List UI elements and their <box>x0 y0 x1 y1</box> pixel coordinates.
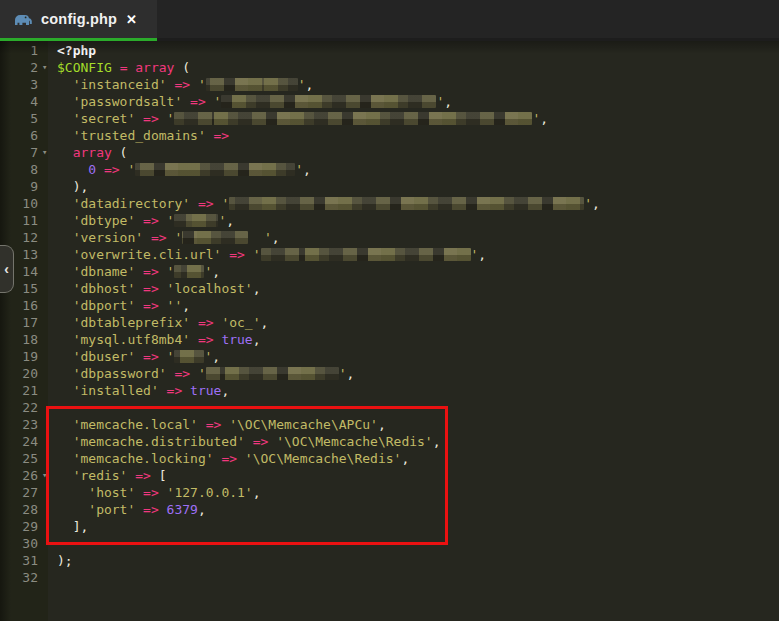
fold-marker-empty <box>38 314 57 331</box>
code-token <box>248 230 264 245</box>
code-line[interactable]: 'datadirectory' => '', <box>57 195 779 212</box>
line-number: 30 <box>0 535 38 552</box>
code-token: 'dbtype' <box>73 213 136 228</box>
code-token: => <box>135 468 151 483</box>
code-line[interactable]: 'port' => 6379, <box>57 501 779 518</box>
code-line[interactable]: 'memcache.distributed' => '\OC\Memcache\… <box>57 433 779 450</box>
code-line[interactable]: 'installed' => true, <box>57 382 779 399</box>
code-token: <?php <box>57 43 96 58</box>
line-number: 18 <box>0 331 38 348</box>
code-line[interactable] <box>57 569 779 586</box>
code-token: 'redis' <box>73 468 128 483</box>
code-line[interactable]: array ( <box>57 144 779 161</box>
code-row: 4 'passwordsalt' => '', <box>0 93 779 110</box>
code-line[interactable]: ], <box>57 518 779 535</box>
code-line[interactable]: 'dbtype' => '', <box>57 212 779 229</box>
code-line[interactable]: 0 => '', <box>57 161 779 178</box>
code-row: 5 'secret' => '', <box>0 110 779 127</box>
line-number: 6 <box>0 127 38 144</box>
line-number: 28 <box>0 501 38 518</box>
line-number: 25 <box>0 450 38 467</box>
code-row: 11 'dbtype' => '', <box>0 212 779 229</box>
code-line[interactable]: $CONFIG = array ( <box>57 59 779 76</box>
code-token <box>159 383 167 398</box>
code-line[interactable]: 'host' => '127.0.0.1', <box>57 484 779 501</box>
code-token <box>57 417 73 432</box>
code-token: , <box>221 383 229 398</box>
code-token: '\OC\Memcache\Redis' <box>276 434 433 449</box>
code-token <box>57 281 73 296</box>
code-token <box>57 247 73 262</box>
code-line[interactable]: 'memcache.local' => '\OC\Memcache\APCu', <box>57 416 779 433</box>
code-token <box>206 94 214 109</box>
code-token: => <box>143 213 159 228</box>
code-token: ); <box>57 553 73 568</box>
code-line[interactable]: <?php <box>57 42 779 59</box>
code-line[interactable]: 'secret' => '', <box>57 110 779 127</box>
line-number: 26 <box>0 467 38 484</box>
redacted-value <box>174 265 204 278</box>
sidebar-collapse-handle[interactable]: ‹ <box>0 245 14 293</box>
code-token <box>206 128 214 143</box>
code-line[interactable]: 'passwordsalt' => '', <box>57 93 779 110</box>
code-token: '\OC\Memcache\APCu' <box>229 417 378 432</box>
code-row: 6 'trusted_domains' => <box>0 127 779 144</box>
code-token <box>190 332 198 347</box>
code-token: 'secret' <box>73 111 136 126</box>
line-number: 9 <box>0 178 38 195</box>
code-token: ' <box>127 162 135 177</box>
code-token <box>57 298 73 313</box>
code-token: => <box>198 315 214 330</box>
code-line[interactable]: 'dbtableprefix' => 'oc_', <box>57 314 779 331</box>
code-token <box>135 264 143 279</box>
code-token: ' <box>221 196 229 211</box>
code-token: , <box>261 315 269 330</box>
line-number: 23 <box>0 416 38 433</box>
tab-title: config.php <box>41 11 117 27</box>
code-token <box>57 451 73 466</box>
code-token <box>182 383 190 398</box>
code-token: 'instanceid' <box>73 77 167 92</box>
code-line[interactable]: 'overwrite.cli.url' => '', <box>57 246 779 263</box>
code-line[interactable]: ), <box>57 178 779 195</box>
redacted-value <box>174 214 218 227</box>
code-line[interactable]: 'dbuser' => '', <box>57 348 779 365</box>
code-line[interactable] <box>57 399 779 416</box>
code-line[interactable]: ); <box>57 552 779 569</box>
code-token: array <box>73 145 112 160</box>
code-token: 6379 <box>167 502 198 517</box>
code-line[interactable]: 'dbport' => '', <box>57 297 779 314</box>
code-line[interactable] <box>57 535 779 552</box>
code-row: 25 'memcache.locking' => '\OC\Memcache\R… <box>0 450 779 467</box>
code-token: , <box>347 366 355 381</box>
code-line[interactable]: 'dbpassword' => '', <box>57 365 779 382</box>
code-line[interactable]: 'memcache.locking' => '\OC\Memcache\Redi… <box>57 450 779 467</box>
code-token: , <box>253 485 261 500</box>
code-token <box>57 315 73 330</box>
code-token: , <box>401 451 409 466</box>
code-line[interactable]: 'trusted_domains' => <box>57 127 779 144</box>
code-line[interactable]: 'version' => ' ', <box>57 229 779 246</box>
code-token <box>159 264 167 279</box>
code-line[interactable]: 'dbhost' => 'localhost', <box>57 280 779 297</box>
code-line[interactable]: 'instanceid' => '', <box>57 76 779 93</box>
code-token <box>57 145 73 160</box>
fold-marker-icon[interactable]: ▾ <box>38 144 57 161</box>
code-token: [ <box>151 468 167 483</box>
line-number: 5 <box>0 110 38 127</box>
code-line[interactable]: 'dbname' => '', <box>57 263 779 280</box>
fold-marker-icon[interactable]: ▾ <box>38 467 57 484</box>
code-line[interactable]: 'mysql.utf8mb4' => true, <box>57 331 779 348</box>
chevron-left-icon: ‹ <box>4 261 9 277</box>
code-token <box>57 383 73 398</box>
redacted-value <box>182 231 248 244</box>
code-token: ' <box>339 366 347 381</box>
fold-marker-icon[interactable]: ▾ <box>38 59 57 76</box>
code-line[interactable]: 'redis' => [ <box>57 467 779 484</box>
fold-marker-empty <box>38 229 57 246</box>
tab-close-icon[interactable]: ✕ <box>126 13 137 26</box>
code-token: ' <box>198 77 206 92</box>
code-editor[interactable]: 1<?php2▾$CONFIG = array (3 'instanceid' … <box>0 41 779 621</box>
tab-config-php[interactable]: config.php ✕ <box>0 0 157 41</box>
code-token: 'memcache.distributed' <box>73 434 245 449</box>
